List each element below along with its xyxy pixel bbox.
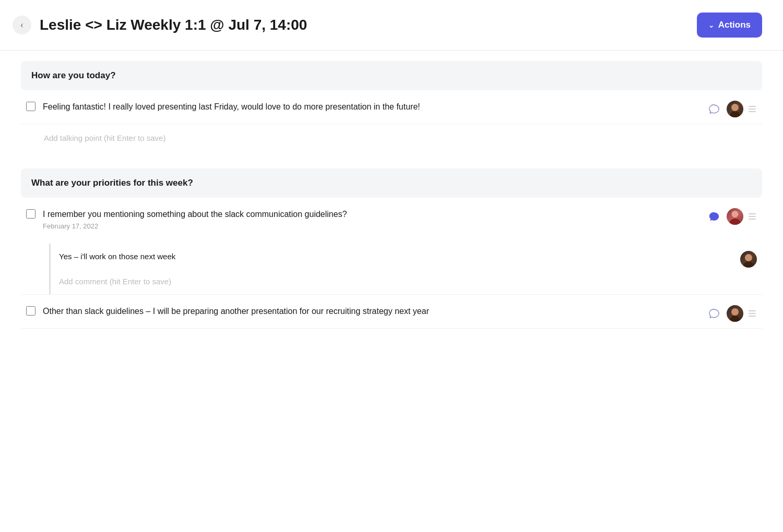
drag-handle-item-2[interactable]	[748, 211, 757, 222]
comment-row-1: Yes – i'll work on those next week	[59, 244, 757, 272]
section-priorities: What are your priorities for this week? …	[21, 168, 762, 329]
item-1-content: Feeling fantastic! I really loved presen…	[43, 101, 698, 113]
comment-icon-item-3[interactable]	[706, 305, 722, 322]
checkbox-item-1[interactable]	[26, 102, 35, 111]
talking-point-3: Other than slack guidelines – I will be …	[21, 295, 762, 329]
item-1-text: Feeling fantastic! I really loved presen…	[43, 101, 698, 113]
comment-icon-item-1[interactable]	[706, 101, 722, 117]
page-title: Leslie <> Liz Weekly 1:1 @ Jul 7, 14:00	[40, 17, 307, 33]
header: ‹ Leslie <> Liz Weekly 1:1 @ Jul 7, 14:0…	[0, 0, 783, 51]
main-content: How are you today? Feeling fantastic! I …	[0, 51, 783, 343]
header-left: ‹ Leslie <> Liz Weekly 1:1 @ Jul 7, 14:0…	[13, 16, 307, 34]
actions-button[interactable]: ⌄ Actions	[697, 13, 762, 38]
item-2-date: February 17, 2022	[43, 222, 698, 230]
chevron-down-icon: ⌄	[708, 21, 714, 29]
section-2-header: What are your priorities for this week?	[21, 168, 762, 198]
item-3-text: Other than slack guidelines – I will be …	[43, 305, 698, 318]
talking-point-2: I remember you mentioning something abou…	[21, 198, 762, 295]
avatar-item-1	[727, 101, 743, 117]
section-how-are-you: How are you today? Feeling fantastic! I …	[21, 61, 762, 152]
add-comment-item-2[interactable]: Add comment (hit Enter to save)	[59, 272, 757, 294]
item-2-actions	[706, 208, 757, 225]
item-3-actions	[706, 305, 757, 322]
comment-1-text: Yes – i'll work on those next week	[59, 251, 734, 263]
drag-handle-item-1[interactable]	[748, 104, 757, 114]
avatar-item-2	[727, 208, 743, 225]
checkbox-item-2[interactable]	[26, 209, 35, 219]
item-2-text: I remember you mentioning something abou…	[43, 208, 698, 221]
avatar-item-3	[727, 305, 743, 322]
actions-label: Actions	[718, 20, 751, 30]
comment-section-item-2: Yes – i'll work on those next week Add c…	[49, 244, 757, 294]
comment-icon-item-2[interactable]	[706, 208, 722, 225]
avatar-comment-1	[740, 251, 757, 268]
drag-handle-item-3[interactable]	[748, 308, 757, 319]
add-point-section-1[interactable]: Add talking point (hit Enter to save)	[21, 124, 762, 152]
checkbox-item-3[interactable]	[26, 306, 35, 316]
section-1-header: How are you today?	[21, 61, 762, 90]
item-2-content: I remember you mentioning something abou…	[43, 208, 698, 230]
back-button[interactable]: ‹	[13, 16, 31, 34]
item-3-content: Other than slack guidelines – I will be …	[43, 305, 698, 318]
talking-point-1: Feeling fantastic! I really loved presen…	[21, 90, 762, 124]
item-1-actions	[706, 101, 757, 117]
